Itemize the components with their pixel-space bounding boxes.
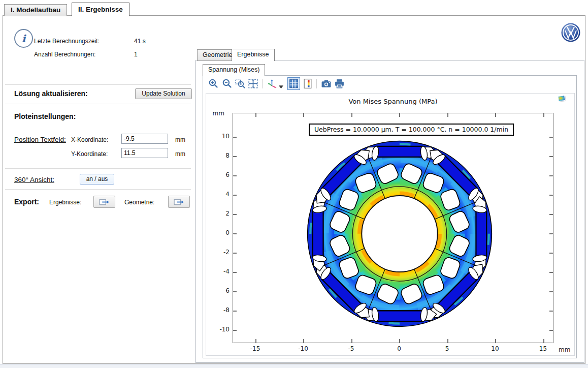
y-tick-mark xyxy=(233,137,237,138)
x-tick-label: 10 xyxy=(485,345,505,352)
x-tick-mark xyxy=(447,113,448,117)
plot-settings-heading: Ploteinstellungen: xyxy=(14,112,76,120)
x-tick-mark xyxy=(447,339,448,343)
divider xyxy=(5,189,191,190)
y-tick-mark xyxy=(233,175,237,176)
y-tick-label: -8 xyxy=(209,306,230,314)
x-tick-mark xyxy=(351,113,352,117)
print-icon[interactable] xyxy=(334,78,345,89)
zoom-in-icon[interactable] xyxy=(208,78,219,89)
snapshot-camera-icon[interactable] xyxy=(321,78,332,89)
toolbar-separator xyxy=(262,79,263,88)
export-geometry-label: Geometrie: xyxy=(124,199,154,206)
y-tick-label: 6 xyxy=(209,171,230,178)
window-bottom-edge xyxy=(0,364,588,368)
update-solution-heading: Lösung aktualisieren: xyxy=(14,89,88,98)
plot-group-icon[interactable] xyxy=(557,94,567,105)
y-tick-label: -4 xyxy=(209,268,230,275)
y-tick-label: -6 xyxy=(209,287,230,294)
x-tick-mark xyxy=(495,113,496,117)
x-tick-mark xyxy=(495,339,496,343)
export-icon xyxy=(174,198,184,206)
y-tick-label: 4 xyxy=(209,191,230,198)
view-360-label: 360° Ansicht: xyxy=(14,176,54,183)
x-tick-mark xyxy=(543,339,544,343)
computation-count-value: 1 xyxy=(134,51,138,58)
y-tick-label: 8 xyxy=(209,152,230,159)
x-axis-unit: mm xyxy=(559,346,574,353)
y-tick-mark xyxy=(549,272,553,273)
y-tick-mark xyxy=(549,233,553,234)
last-computation-label: Letzte Berechnungszeit: xyxy=(34,38,100,45)
y-tick-mark xyxy=(233,311,237,312)
grid-toggle-icon[interactable] xyxy=(287,77,300,90)
y-tick-mark xyxy=(233,156,237,157)
y-tick-label: -2 xyxy=(209,249,230,256)
color-legend-toggle-icon[interactable] xyxy=(303,78,313,89)
last-computation-value: 41 s xyxy=(134,38,146,45)
y-tick-mark xyxy=(233,330,237,331)
plot-canvas[interactable]: Von Mises Spannung (MPa) mm mm xyxy=(206,93,575,356)
plot-axes-box[interactable] xyxy=(233,113,553,343)
y-tick-mark xyxy=(233,195,237,196)
y-tick-mark xyxy=(233,291,237,292)
y-tick-mark xyxy=(549,291,553,292)
von-mises-rotor-plot xyxy=(233,113,553,343)
tab-ergebnisse-plot[interactable]: Ergebnisse xyxy=(232,49,275,61)
y-tick-mark xyxy=(549,214,553,215)
y-tick-mark xyxy=(549,330,553,331)
divider xyxy=(5,104,191,104)
x-tick-mark xyxy=(255,339,256,343)
y-tick-label: 0 xyxy=(209,229,230,236)
y-tick-label: 2 xyxy=(209,210,230,217)
zoom-box-icon[interactable] xyxy=(235,78,246,89)
x-tick-mark xyxy=(303,339,304,343)
y-tick-mark xyxy=(549,175,553,176)
tab-spannung-mises[interactable]: Spannung (Mises) xyxy=(203,64,265,76)
x-tick-label: -5 xyxy=(341,345,362,352)
x-tick-mark xyxy=(351,339,352,343)
plot-toolbar xyxy=(203,76,575,93)
y-coordinate-input[interactable] xyxy=(121,148,168,158)
x-tick-mark xyxy=(303,113,304,117)
x-tick-label: -10 xyxy=(293,345,313,352)
vw-logo xyxy=(561,22,581,45)
view-360-toggle-button[interactable]: an / aus xyxy=(80,174,114,185)
export-geometry-button[interactable] xyxy=(168,196,190,208)
y-tick-mark xyxy=(549,311,553,312)
info-icon: i xyxy=(14,29,33,48)
axis-dropdown-caret-icon[interactable] xyxy=(279,82,284,86)
export-results-button[interactable] xyxy=(93,196,115,208)
x-tick-mark xyxy=(543,113,544,117)
zoom-extents-icon[interactable] xyxy=(248,78,258,89)
export-results-label: Ergebnisse: xyxy=(49,199,81,206)
y-tick-label: 10 xyxy=(209,133,230,140)
x-tick-label: 5 xyxy=(437,345,458,352)
tab-modellaufbau[interactable]: I. Modellaufbau xyxy=(4,4,67,16)
position-textfield-label: Position Textfeld: xyxy=(14,136,66,143)
x-tick-label: -15 xyxy=(245,345,266,352)
x-coordinate-input[interactable] xyxy=(121,134,168,144)
x-tick-mark xyxy=(399,339,400,343)
y-tick-mark xyxy=(549,253,553,254)
plot-title: Von Mises Spannung (MPa) xyxy=(233,98,553,105)
toolbar-separator xyxy=(316,79,317,88)
axis-orientation-icon[interactable] xyxy=(267,78,278,89)
y-tick-mark xyxy=(233,272,237,273)
x-tick-mark xyxy=(399,113,400,117)
y-tick-label: -10 xyxy=(209,326,230,333)
y-tick-mark xyxy=(233,214,237,215)
x-coordinate-unit: mm xyxy=(175,136,185,143)
x-tick-mark xyxy=(255,113,256,117)
x-tick-label: 0 xyxy=(389,345,409,352)
divider xyxy=(5,84,191,85)
y-tick-mark xyxy=(233,253,237,254)
x-coordinate-label: X-Koordinate: xyxy=(71,136,108,143)
y-axis-unit: mm xyxy=(209,110,224,117)
zoom-out-icon[interactable] xyxy=(222,78,233,89)
update-solution-button[interactable]: Update Solution xyxy=(135,88,192,99)
parameter-annotation-box: UebPress = 10.0000 μm, T = 100.000 °C, n… xyxy=(309,124,514,136)
y-coordinate-unit: mm xyxy=(175,150,185,158)
tab-ergebnisse[interactable]: II. Ergebnisse xyxy=(72,3,129,16)
y-coordinate-label: Y-Koordinate: xyxy=(71,150,108,158)
